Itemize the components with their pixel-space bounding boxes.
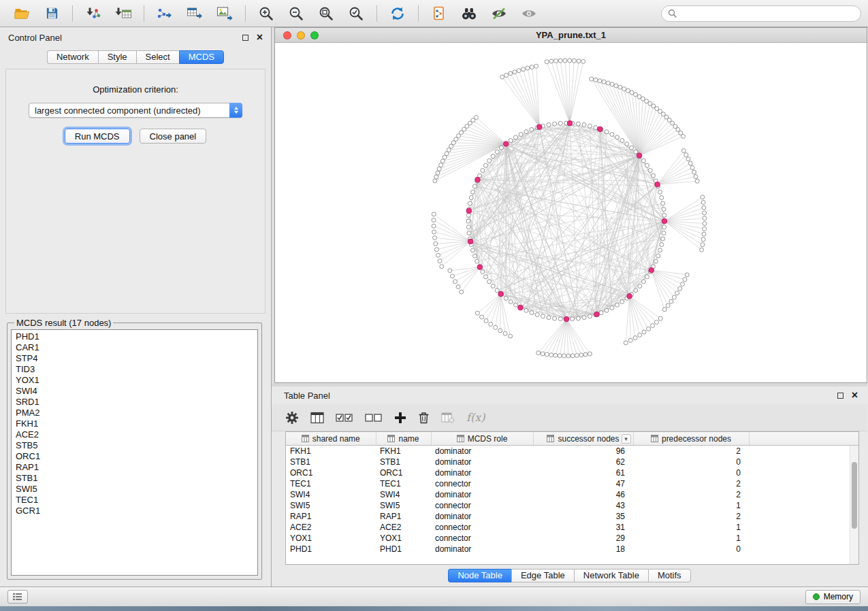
network-canvas[interactable] xyxy=(275,43,867,382)
memory-button[interactable]: Memory xyxy=(805,590,861,604)
tab-select[interactable]: Select xyxy=(136,50,179,64)
export-image-button[interactable] xyxy=(210,3,240,24)
close-panel-button[interactable]: Close panel xyxy=(140,129,207,144)
close-window-icon[interactable] xyxy=(283,31,291,39)
hide-selected-button[interactable] xyxy=(484,3,514,24)
document-share-button[interactable] xyxy=(424,3,454,24)
zoom-window-icon[interactable] xyxy=(310,31,319,39)
close-panel-icon[interactable]: × xyxy=(257,33,263,42)
zoom-out-button[interactable] xyxy=(281,3,311,24)
zoom-selected-icon xyxy=(348,5,364,22)
criterion-select-value: largest connected component (undirected) xyxy=(29,103,229,117)
refresh-layout-button[interactable] xyxy=(383,3,413,24)
table-cell-filler xyxy=(749,467,858,478)
table-row[interactable]: STB1STB1dominator620 xyxy=(286,457,858,467)
table-row[interactable]: PHD1PHD1dominator180 xyxy=(286,544,858,555)
table-panel-titlebar: Table Panel × xyxy=(272,386,867,404)
save-button[interactable] xyxy=(37,3,67,24)
export-table-button[interactable] xyxy=(180,3,210,24)
tab-network[interactable]: Network xyxy=(47,50,98,64)
table-cell: 96 xyxy=(533,445,633,457)
mcds-result-item[interactable]: SRD1 xyxy=(12,397,257,408)
table-row[interactable]: ACE2ACE2connector311 xyxy=(286,522,858,533)
mcds-result-item[interactable]: FKH1 xyxy=(12,418,257,429)
column-header-name[interactable]: name xyxy=(376,432,431,445)
close-table-panel-icon[interactable]: × xyxy=(852,391,858,400)
zoom-selected-button[interactable] xyxy=(341,3,371,24)
delete-table-button[interactable] xyxy=(441,408,455,427)
table-cell: STB1 xyxy=(286,457,376,467)
network-titlebar[interactable]: YPA_prune.txt_1 xyxy=(275,28,867,43)
run-mcds-button[interactable]: Run MCDS xyxy=(65,129,130,144)
zoom-fit-button[interactable] xyxy=(311,3,341,24)
tab-node-table[interactable]: Node Table xyxy=(448,569,511,582)
mcds-result-item[interactable]: ORC1 xyxy=(12,451,257,462)
table-row[interactable]: FKH1FKH1dominator962 xyxy=(286,445,858,457)
function-builder-button[interactable]: f(x) xyxy=(466,408,485,427)
add-column-button[interactable] xyxy=(394,408,406,427)
table-row[interactable]: SWI4SWI4dominator462 xyxy=(286,489,858,500)
mcds-result-item[interactable]: CAR1 xyxy=(12,342,257,353)
export-network-button[interactable] xyxy=(150,3,180,24)
import-network-button[interactable] xyxy=(78,3,108,24)
table-row[interactable]: TEC1TEC1connector472 xyxy=(286,478,858,489)
float-table-panel-icon[interactable] xyxy=(837,393,843,399)
tab-mcds[interactable]: MCDS xyxy=(179,50,224,64)
tab-network-table[interactable]: Network Table xyxy=(574,569,648,582)
table-row[interactable]: RAP1RAP1dominator352 xyxy=(286,511,858,522)
open-folder-button[interactable] xyxy=(7,3,37,24)
table-row[interactable]: SWI5SWI5connector431 xyxy=(286,500,858,511)
import-network-icon xyxy=(85,6,101,21)
mcds-result-item[interactable]: TEC1 xyxy=(12,495,257,506)
mcds-result-item[interactable]: YOX1 xyxy=(12,375,257,386)
status-menu-button[interactable] xyxy=(7,590,28,604)
mcds-result-item[interactable]: ACE2 xyxy=(12,429,257,440)
search-input[interactable] xyxy=(681,9,854,18)
tab-style[interactable]: Style xyxy=(98,50,136,64)
table-scrollbar[interactable] xyxy=(850,446,858,564)
scrollbar-thumb[interactable] xyxy=(852,462,857,529)
table-cell: dominator xyxy=(431,467,533,478)
table-row[interactable]: ORC1ORC1dominator610 xyxy=(286,467,858,478)
table-settings-button[interactable] xyxy=(285,408,299,427)
import-table-button[interactable] xyxy=(108,3,138,24)
tab-edge-table[interactable]: Edge Table xyxy=(511,569,574,582)
mcds-result-item[interactable]: STB5 xyxy=(12,440,257,451)
criterion-select[interactable]: largest connected component (undirected) xyxy=(29,103,242,118)
deselect-all-button[interactable] xyxy=(365,408,383,427)
column-sort-dropdown[interactable]: ▾ xyxy=(622,434,631,444)
table-cell: 62 xyxy=(533,457,633,467)
mcds-result-item[interactable]: TID3 xyxy=(12,364,257,375)
network-graph[interactable] xyxy=(275,43,867,382)
mcds-result-item[interactable]: STP4 xyxy=(12,353,257,364)
column-header-filler xyxy=(749,432,858,445)
save-icon xyxy=(45,6,59,20)
float-panel-icon[interactable] xyxy=(242,35,248,41)
mcds-result-item[interactable]: GCR1 xyxy=(12,506,257,516)
mcds-result-item[interactable]: SWI5 xyxy=(12,484,257,495)
table-row[interactable]: YOX1YOX1connector291 xyxy=(286,533,858,544)
delete-column-button[interactable] xyxy=(418,408,430,427)
tab-motifs[interactable]: Motifs xyxy=(648,569,691,582)
column-header-shared-name[interactable]: shared name xyxy=(286,432,376,445)
column-header-predecessor-nodes[interactable]: predecessor nodes xyxy=(633,432,749,445)
node-table-container: shared namenameMCDS rolesuccessor nodes▾… xyxy=(285,431,859,565)
control-panel: Control Panel × NetworkStyleSelectMCDS O… xyxy=(0,27,272,587)
table-cell: RAP1 xyxy=(286,511,376,522)
mcds-result-list[interactable]: PHD1CAR1STP4TID3YOX1SWI4SRD1PMA2FKH1ACE2… xyxy=(11,329,258,576)
deselect-all-icon xyxy=(365,412,383,423)
table-cell: 61 xyxy=(533,467,633,478)
zoom-in-button[interactable] xyxy=(251,3,281,24)
column-header-MCDS-role[interactable]: MCDS role xyxy=(431,432,533,445)
show-columns-button[interactable] xyxy=(310,408,324,427)
show-all-button[interactable] xyxy=(514,3,544,24)
mcds-result-item[interactable]: PMA2 xyxy=(12,408,257,418)
mcds-result-item[interactable]: PHD1 xyxy=(12,331,257,342)
column-header-successor-nodes[interactable]: successor nodes▾ xyxy=(533,432,633,445)
mcds-result-item[interactable]: SWI4 xyxy=(12,386,257,397)
minimize-window-icon[interactable] xyxy=(297,31,305,39)
mcds-result-item[interactable]: RAP1 xyxy=(12,462,257,473)
find-button[interactable] xyxy=(454,3,484,24)
mcds-result-item[interactable]: STB1 xyxy=(12,473,257,484)
select-all-button[interactable] xyxy=(336,408,353,427)
